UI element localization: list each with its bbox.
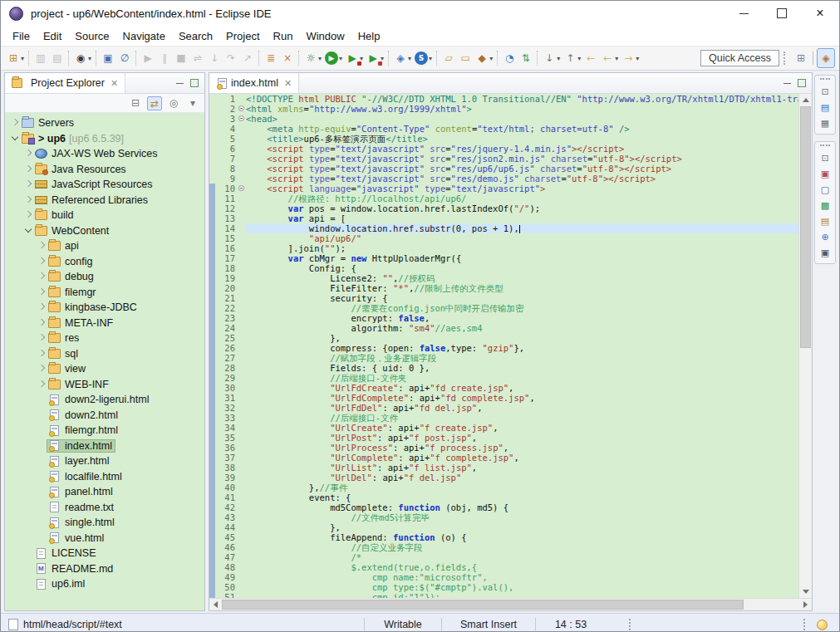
minimize-button[interactable] [725, 1, 763, 26]
menu-project[interactable]: Project [219, 27, 266, 45]
line-number[interactable]: 20 [215, 283, 238, 293]
line-number[interactable]: 15 [215, 233, 238, 243]
code-text[interactable]: "UrlFdDel": api+"fd_del.jsp", [246, 403, 798, 413]
scroll-up-icon[interactable] [799, 94, 812, 106]
resume-button[interactable]: ▶ [140, 49, 156, 67]
chevron-right-icon[interactable] [37, 287, 47, 297]
internal-browser-icon[interactable]: ▢ [818, 184, 833, 196]
open-perspective-button[interactable]: ⊞ [793, 49, 809, 67]
code-text[interactable]: ].join(""); [246, 243, 798, 253]
console-icon[interactable]: ▣ [818, 247, 833, 259]
close-icon[interactable]: ✕ [111, 78, 118, 89]
close-icon[interactable]: ✕ [284, 78, 292, 89]
chevron-right-icon[interactable] [37, 364, 47, 374]
open-console-button[interactable]: ▣ [100, 49, 116, 67]
dropdown-arrow-icon[interactable]: ▾ [557, 55, 560, 62]
drag-grip-icon[interactable] [820, 145, 830, 149]
tree-item-referenced-libraries[interactable]: Referenced Libraries [5, 193, 204, 208]
line-number[interactable]: 24 [215, 323, 238, 333]
tree-item-sql[interactable]: sql [5, 346, 204, 362]
skip-breakpoints-button[interactable]: ∅ [116, 49, 133, 67]
open-file-button[interactable]: ▭ [457, 49, 474, 67]
chevron-right-icon[interactable] [23, 195, 34, 205]
chevron-right-icon[interactable] [37, 272, 47, 282]
line-number[interactable]: 11 [215, 194, 238, 203]
code-text[interactable]: //根路径: http://localhost/api/up6/ [246, 194, 798, 203]
tree-item-filemgr[interactable]: filemgr [5, 285, 204, 301]
code-text[interactable]: "UrlList": api+"f_list.jsp", [246, 463, 798, 473]
open-folder-button[interactable]: ▱ [440, 49, 457, 67]
line-number[interactable]: 44 [215, 522, 238, 532]
tree-item-meta-inf[interactable]: META-INF [5, 316, 204, 331]
coverage-button[interactable]: ▶▾ [344, 49, 365, 67]
chevron-right-icon[interactable] [37, 333, 47, 343]
line-number[interactable]: 14 [215, 223, 238, 233]
profile-button[interactable]: ▶▾ [365, 49, 386, 67]
line-number[interactable]: 49 [215, 572, 238, 582]
line-number[interactable]: 38 [215, 463, 238, 473]
dropdown-arrow-icon[interactable]: ▾ [489, 55, 493, 62]
code-text[interactable]: "UrlPost": api+"f_post.jsp", [246, 433, 798, 443]
chevron-right-icon[interactable] [10, 118, 21, 128]
tree-item-up6[interactable]: > up6[up6 6.5.39] [5, 131, 204, 147]
menu-navigate[interactable]: Navigate [116, 27, 172, 45]
menu-search[interactable]: Search [172, 27, 219, 45]
horizontal-scrollbar[interactable] [209, 598, 812, 610]
step-return-button[interactable]: ↗ [239, 49, 256, 67]
code-text[interactable]: //文件md5计算完毕 [246, 512, 798, 522]
annotate-button[interactable]: ◆▾ [474, 49, 494, 67]
code-text[interactable]: /* [246, 552, 798, 562]
menu-edit[interactable]: Edit [37, 27, 68, 45]
save-all-button[interactable]: ▤ [49, 49, 66, 67]
minimize-view-icon[interactable] [784, 83, 791, 84]
chevron-right-icon[interactable] [37, 318, 47, 328]
line-number[interactable]: 3 [215, 114, 238, 124]
code-text[interactable]: window.location.href.substr(0, pos + 1), [246, 223, 798, 233]
last-edit-location-button[interactable]: ≣ [263, 49, 279, 67]
fold-collapse-icon[interactable] [238, 104, 246, 114]
terminate-button[interactable]: ■ [173, 49, 189, 67]
line-number[interactable]: 19 [215, 273, 238, 283]
chevron-right-icon[interactable] [37, 349, 47, 359]
line-number[interactable]: 22 [215, 303, 238, 313]
code-text[interactable]: //赋加字段，业务逻辑字段 [246, 353, 798, 363]
tree-item-res[interactable]: res [5, 331, 204, 346]
tree-item-layer-html[interactable]: layer.html [5, 453, 204, 469]
code-text[interactable]: //后端接口-文件夹 [246, 373, 798, 383]
vertical-scrollbar[interactable] [798, 94, 812, 598]
line-number[interactable]: 35 [215, 433, 238, 443]
outline-icon[interactable]: ▤ [818, 102, 833, 114]
web-browser-button[interactable]: ◔ [501, 49, 518, 67]
insert-mode-status[interactable]: Smart Insert [442, 619, 535, 630]
line-number[interactable]: 30 [215, 383, 238, 393]
chevron-right-icon[interactable] [23, 164, 34, 174]
editor-tab-index-html[interactable]: index.html ✕ [209, 73, 299, 93]
close-button[interactable]: × [801, 1, 839, 26]
code-text[interactable]: FileFilter: "*",//限制上传的文件类型 [246, 283, 798, 293]
code-text[interactable]: <script type="text/javascript" src="res/… [246, 144, 798, 154]
tree-item-up6-iml[interactable]: up6.iml [5, 576, 204, 592]
chevron-right-icon[interactable] [23, 149, 34, 159]
next-annotation-button[interactable]: ↓▾ [541, 49, 562, 67]
code-text[interactable]: "UrlFdCreate": api+"fd_create.jsp", [246, 383, 798, 393]
line-number[interactable]: 33 [215, 413, 238, 423]
chevron-right-icon[interactable] [37, 380, 47, 389]
minimize-view-icon[interactable] [176, 83, 184, 84]
line-number[interactable]: 17 [215, 253, 238, 263]
line-number[interactable]: 45 [215, 532, 238, 542]
line-number[interactable]: 29 [215, 373, 238, 383]
code-text[interactable]: }, [246, 333, 798, 343]
code-text[interactable]: <script language="javascript" type="text… [246, 184, 798, 194]
code-text[interactable]: <title>up6-多标签演示页面</title> [246, 134, 798, 144]
dropdown-arrow-icon[interactable]: ▾ [429, 55, 432, 62]
tree-item-vue-html[interactable]: vue.html [5, 531, 204, 546]
code-text[interactable]: event: { [246, 492, 798, 502]
tree-item-license[interactable]: LICENSE [5, 546, 204, 561]
tree-item-readme-txt[interactable]: readme.txt [5, 500, 204, 516]
new-wizard-button[interactable]: ⊞▾ [5, 49, 26, 67]
tree-item-filemgr-html[interactable]: filemgr.html [5, 423, 204, 438]
line-number[interactable]: 32 [215, 403, 238, 413]
menu-help[interactable]: Help [351, 27, 387, 45]
menu-run[interactable]: Run [267, 27, 300, 45]
notifications-icon[interactable] [817, 620, 828, 630]
